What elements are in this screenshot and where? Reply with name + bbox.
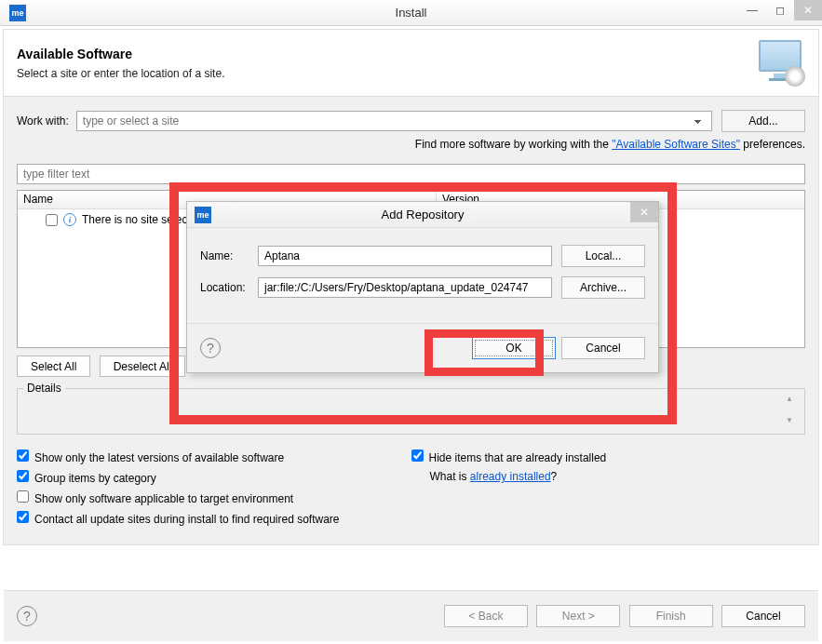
add-repository-dialog: me Add Repository ✕ Name: Local... Locat… <box>186 201 659 373</box>
window-close-button[interactable]: ✕ <box>794 0 822 20</box>
dialog-titlebar: me Add Repository ✕ <box>187 202 658 228</box>
help-button[interactable]: ? <box>17 606 37 626</box>
already-installed-text: What is already installed? <box>430 470 806 483</box>
location-label: Location: <box>200 281 258 294</box>
wizard-header: Available Software Select a site or ente… <box>4 30 818 97</box>
add-button[interactable]: Add... <box>721 110 805 132</box>
name-label: Name: <box>200 249 258 262</box>
info-icon: i <box>63 213 76 226</box>
check-group-category[interactable]: Group items by category <box>17 470 411 485</box>
back-button[interactable]: < Back <box>444 605 528 627</box>
window-minimize-button[interactable]: — <box>738 0 766 20</box>
header-icon <box>754 40 805 87</box>
location-input[interactable] <box>258 277 552 298</box>
dialog-help-button[interactable]: ? <box>200 338 221 358</box>
dialog-close-button[interactable]: ✕ <box>630 202 658 222</box>
check-contact-sites[interactable]: Contact all update sites during install … <box>17 511 411 526</box>
details-expand-icon[interactable]: ▲ ▼ <box>786 395 799 428</box>
tree-row-checkbox[interactable] <box>46 214 58 226</box>
ok-button[interactable]: OK <box>472 337 556 359</box>
deselect-all-button[interactable]: Deselect All <box>100 356 186 377</box>
dialog-title: Add Repository <box>382 208 465 221</box>
check-latest-versions[interactable]: Show only the latest versions of availab… <box>17 449 411 464</box>
header-heading: Available Software <box>17 47 224 61</box>
archive-button[interactable]: Archive... <box>561 276 645 299</box>
next-button[interactable]: Next > <box>536 605 620 627</box>
software-sites-link[interactable]: "Available Software Sites" <box>612 138 740 151</box>
name-input[interactable] <box>258 246 552 266</box>
local-button[interactable]: Local... <box>561 245 645 267</box>
dialog-cancel-button[interactable]: Cancel <box>561 337 645 359</box>
cancel-button[interactable]: Cancel <box>721 605 805 627</box>
app-icon: me <box>9 5 26 21</box>
details-label: Details <box>23 382 65 395</box>
window-maximize-button[interactable]: ◻ <box>766 0 794 20</box>
dialog-app-icon: me <box>195 207 211 223</box>
filter-input[interactable] <box>17 164 805 184</box>
work-with-label: Work with: <box>17 114 69 127</box>
finish-button[interactable]: Finish <box>629 605 713 627</box>
window-titlebar: me Install — ◻ ✕ <box>0 0 822 26</box>
details-group: Details ▲ ▼ <box>17 388 805 435</box>
find-more-text: Find more software by working with the "… <box>17 138 805 151</box>
options-area: Show only the latest versions of availab… <box>17 449 805 531</box>
header-subheading: Select a site or enter the location of a… <box>17 67 224 80</box>
window-title: Install <box>396 6 427 20</box>
wizard-footer: ? < Back Next > Finish Cancel <box>4 590 818 641</box>
already-installed-link[interactable]: already installed <box>470 470 551 483</box>
work-with-combo[interactable] <box>76 111 712 131</box>
check-hide-installed[interactable]: Hide items that are already installed <box>411 449 806 464</box>
select-all-button[interactable]: Select All <box>17 356 90 377</box>
check-target-env[interactable]: Show only software applicable to target … <box>17 490 411 505</box>
